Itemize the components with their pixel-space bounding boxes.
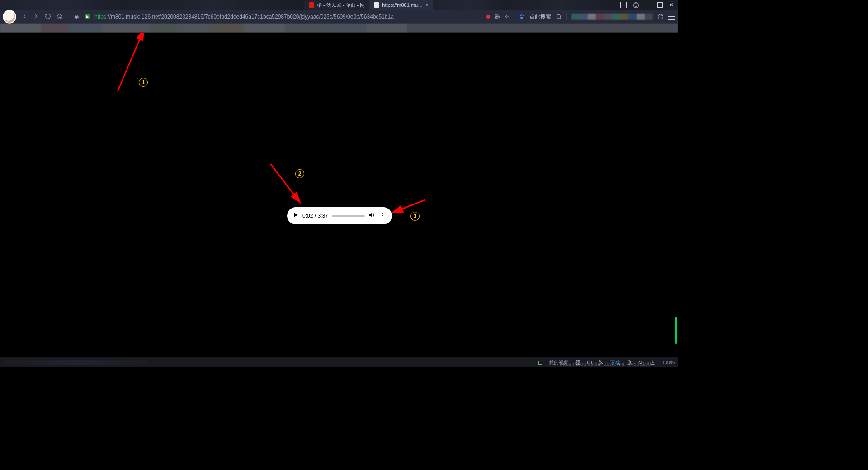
svg-marker-6 [294,213,298,217]
browser-tab-inactive[interactable]: 椿 - 沈以诚 - 单曲 - 网 [304,0,369,10]
statusbar-blurred-region [4,360,148,365]
svg-point-2 [523,15,524,16]
window-titlebar: 椿 - 沈以诚 - 单曲 - 网 https://m801.mu… × 8 — … [0,0,678,10]
browser-toolbar: ◉ https://m801.music.126.net/20200823234… [0,10,678,24]
titlebar-blurred-region [0,0,304,10]
hamburger-menu-icon[interactable] [668,14,675,20]
window-maximize-button[interactable] [657,2,663,8]
nav-home-icon[interactable] [56,13,63,21]
reload-alt-icon[interactable] [657,14,664,20]
annotation-badge-3: 3 [410,212,420,221]
svg-line-9 [392,200,425,213]
tab-favicon [309,2,314,8]
tab-label: https://m801.mu… [382,2,423,8]
seek-bar-progress [332,215,332,217]
bookmark-bar-blurred [0,24,678,33]
toolbar-divider [566,13,567,20]
player-more-icon[interactable]: ⋮ [379,212,387,219]
sparkle-extension-icon[interactable]: ✧ [505,14,509,20]
watermark-text: https://blog.csdn.net/weixin_44505100 [560,361,651,366]
svg-point-0 [520,15,521,16]
svg-line-8 [270,164,300,203]
toolbar-extensions: 器 ✧ 点此搜索 [486,13,675,21]
svg-point-1 [521,14,523,16]
nav-forward-icon[interactable] [33,13,40,21]
record-indicator-icon[interactable] [486,15,490,19]
address-bar[interactable]: https://m801.music.126.net/2020082323481… [94,14,394,20]
zoom-level[interactable]: 100% [662,360,675,365]
status-indicator-icon [538,361,542,365]
audio-player: 0:02 / 3:37 ⋮ [287,207,392,224]
url-path: ://m801.music.126.net/20200823234816/7c6… [106,14,394,20]
svg-point-3 [520,17,523,19]
url-scheme: https [94,14,106,20]
browser-status-bar: https://blog.csdn.net/weixin_44505100 我的… [0,357,678,367]
svg-line-5 [560,18,561,19]
extensions-puzzle-icon[interactable] [633,2,639,8]
nav-reload-icon[interactable] [44,13,52,21]
time-total: 3:37 [317,213,328,219]
play-button[interactable] [292,212,299,220]
browser-tab-strip: 椿 - 沈以诚 - 单曲 - 网 https://m801.mu… × [304,0,433,10]
search-hint-text[interactable]: 点此搜索 [529,13,551,21]
toolbar-divider [514,13,514,20]
tab-label: 椿 - 沈以诚 - 单曲 - 网 [317,2,365,9]
page-content: 0:02 / 3:37 ⋮ 1 2 3 [0,33,678,357]
window-counter-badge[interactable]: 8 [620,2,627,8]
playback-time: 0:02 / 3:37 [302,213,328,219]
tab-close-icon[interactable]: × [425,2,429,8]
window-minimize-button[interactable]: — [646,2,651,8]
toolbar-divider [68,13,68,20]
seek-bar[interactable] [332,215,365,217]
time-current: 0:02 [302,213,313,219]
svg-point-4 [557,14,560,18]
titlebar-blurred-region [433,0,616,10]
window-close-button[interactable]: ✕ [669,2,674,8]
tab-favicon [374,2,379,8]
annotation-badge-1: 1 [139,78,148,87]
nav-back-icon[interactable] [21,13,28,21]
site-info-icon[interactable]: ◉ [73,14,80,20]
search-icon[interactable] [556,14,562,20]
https-lock-icon[interactable] [85,14,90,19]
baidu-paw-icon [519,14,525,20]
volume-button[interactable] [368,211,376,220]
annotation-badge-2: 2 [295,169,304,178]
qr-extension-icon[interactable]: 器 [495,13,500,21]
url-text: https://m801.music.126.net/2020082323481… [94,14,394,20]
toolbar-blurred-region [571,14,653,20]
browser-tab-active[interactable]: https://m801.mu… × [369,0,433,10]
vertical-scrollbar-thumb[interactable] [675,317,677,344]
annotation-overlay [0,33,678,357]
profile-avatar[interactable] [3,10,16,24]
window-controls: 8 — ✕ [616,0,678,10]
